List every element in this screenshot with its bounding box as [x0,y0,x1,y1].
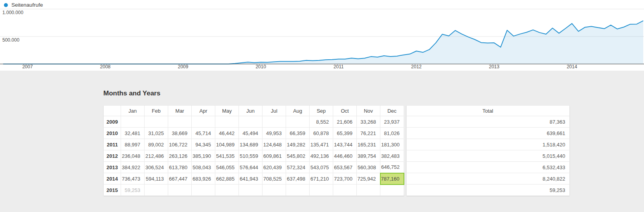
cell-2012-oct: 446,460 [333,150,357,162]
cell-2015-nov [357,185,380,196]
table-row-2009: 20098,55221,60633,26823,937 [104,116,404,128]
cell-2012-jul: 609,861 [262,150,286,162]
y-axis-tick-label: 500.000 [2,37,19,43]
cell-2015-aug [286,185,310,196]
cell-2009-oct: 21,606 [333,116,357,128]
table-row-2012: 2012236,048212,486263,126385,190541,5355… [104,150,404,162]
cell-2015-oct [333,185,357,196]
cell-2013-sep: 543,075 [310,162,333,173]
pageviews-chart-panel: Seitenaufrufe 1.000.000500.000 200720082… [0,0,644,71]
cell-2010-mar: 38,669 [168,128,192,139]
cell-2009-dec: 23,937 [380,116,404,128]
cell-2015-jun [239,185,262,196]
report-title: Months and Years [103,90,570,97]
cell-2014-aug: 637,498 [286,173,310,185]
cell-2013-aug: 572,324 [286,162,310,173]
cell-2010-dec: 81,026 [380,128,404,139]
cell-2013-jul: 620,439 [262,162,286,173]
cell-2009-feb [145,116,168,128]
cell-2011-jul: 124,648 [262,139,286,150]
cell-2009-jan [121,116,145,128]
cell-2015-feb [145,185,168,196]
cell-2012-dec: 382,483 [380,150,404,162]
cell-2010-jun: 45,494 [239,128,262,139]
cell-2012-jan: 236,048 [121,150,145,162]
cell-2010-feb: 31,025 [145,128,168,139]
table-row-2011: 201188,99789,002106,72294,345104,989134,… [104,139,404,150]
row-year-label: 2010 [104,128,121,139]
cell-2011-jan: 88,997 [121,139,145,150]
series-color-dot-icon [4,3,8,7]
cell-2010-total: 639,661 [406,128,569,139]
x-axis-tick-label: 2011 [334,64,344,69]
cell-2010-sep: 60,878 [310,128,333,139]
cell-2011-dec: 181,300 [380,139,404,150]
cell-2012-jun: 510,559 [239,150,262,162]
cell-2015-jul [262,185,286,196]
cell-2014-apr: 683,926 [192,173,215,185]
column-header-aug: Aug [286,106,310,116]
cell-2011-feb: 89,002 [145,139,168,150]
cell-2009-aug [286,116,310,128]
y-axis-tick-label: 1.000.000 [2,10,23,15]
corner-header-cell [104,106,121,116]
cell-2009-apr [192,116,215,128]
cell-2009-jul [262,116,286,128]
cell-2014-mar: 667,447 [168,173,192,185]
total-row-2011: 1,518,420 [406,139,569,150]
column-header-jul: Jul [262,106,286,116]
cell-2014-dec: 787,160 [380,173,404,185]
cell-2014-sep: 671,210 [310,173,333,185]
row-year-label: 2011 [104,139,121,150]
cell-2015-total: 59,253 [406,185,569,196]
cell-2010-nov: 76,221 [357,128,380,139]
cell-2011-total: 1,518,420 [406,139,569,150]
cell-2010-aug: 66,359 [286,128,310,139]
cell-2010-apr: 45,714 [192,128,215,139]
cell-2009-may [215,116,239,128]
cell-2011-apr: 94,345 [192,139,215,150]
table-row-2014: 2014736,473594,113667,447683,926662,8856… [104,173,404,185]
total-row-2009: 87,363 [406,116,569,128]
cell-2014-jan: 736,473 [121,173,145,185]
cell-2015-apr [192,185,215,196]
cell-2015-jan: 59,253 [121,185,145,196]
cell-2014-jul: 708,525 [262,173,286,185]
cell-2013-feb: 306,524 [145,162,168,173]
column-header-total: Total [406,106,569,116]
cell-2009-sep: 8,552 [310,116,333,128]
cell-2011-nov: 165,231 [357,139,380,150]
row-year-label: 2013 [104,162,121,173]
cell-2014-may: 662,885 [215,173,239,185]
column-header-oct: Oct [333,106,357,116]
total-row-2010: 639,661 [406,128,569,139]
cell-2012-nov: 389,754 [357,150,380,162]
cell-2013-mar: 613,780 [168,162,192,173]
cell-2013-jun: 576,644 [239,162,262,173]
cell-2013-nov: 560,308 [357,162,380,173]
x-axis-tick-label: 2009 [178,64,189,69]
cell-2011-jun: 134,689 [239,139,262,150]
months-table: JanFebMarAprMayJunJulAugSepOctNovDec 200… [103,105,404,196]
cell-2013-may: 546,055 [215,162,239,173]
cell-2010-oct: 65,399 [333,128,357,139]
cell-2015-may [215,185,239,196]
column-header-mar: Mar [168,106,192,116]
x-axis-tick-label: 2007 [22,64,33,69]
cell-2009-nov: 33,268 [357,116,380,128]
cell-2009-total: 87,363 [406,116,569,128]
total-row-2014: 8,240,822 [406,173,569,185]
cell-2010-jan: 32,481 [121,128,145,139]
pageviews-area-chart[interactable] [0,0,644,71]
cell-2012-apr: 385,190 [192,150,215,162]
row-year-label: 2015 [104,185,121,196]
months-years-report: Months and Years JanFebMarAprMayJunJulAu… [103,90,570,196]
cell-2011-sep: 135,471 [310,139,333,150]
x-axis-tick-label: 2012 [411,64,422,69]
chart-legend-item[interactable]: Seitenaufrufe [4,2,43,8]
cell-2014-feb: 594,113 [145,173,168,185]
cell-2011-mar: 106,722 [168,139,192,150]
cell-2012-sep: 492,136 [310,150,333,162]
total-row-2015: 59,253 [406,185,569,196]
cell-2011-aug: 149,282 [286,139,310,150]
